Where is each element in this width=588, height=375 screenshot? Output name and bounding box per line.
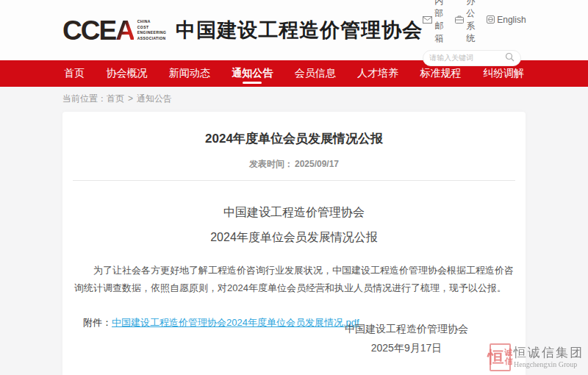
- article-card: 2024年度单位会员发展情况公报 发表时间：2025/09/17 中国建设工程造…: [62, 112, 526, 375]
- nav-item-training[interactable]: 人才培养: [356, 60, 400, 87]
- english-link[interactable]: English: [487, 0, 526, 45]
- header-right: 内部邮箱 办公系统 English: [423, 0, 526, 66]
- ccea-logo-acronym: CCEA: [62, 17, 134, 44]
- body-heading-title: 2024年度单位会员发展情况公报: [73, 230, 515, 246]
- hengchengxin-seal-icon: 恒 诚 信: [490, 343, 511, 371]
- breadcrumb-prefix: 当前位置：: [62, 93, 107, 104]
- nav-item-news[interactable]: 新闻动态: [168, 60, 212, 87]
- nav-item-home[interactable]: 首页: [62, 60, 86, 87]
- article-paragraph: 为了让社会各方更好地了解工程造价咨询行业发展状况，中国建设工程造价管理协会根据工…: [74, 262, 514, 297]
- breadcrumb-separator: >: [128, 93, 133, 104]
- mail-icon: [423, 16, 432, 24]
- quick-links: 内部邮箱 办公系统 English: [423, 0, 526, 45]
- logo-letters-dark: CCE: [62, 15, 115, 46]
- article-title: 2024年度单位会员发展情况公报: [73, 112, 515, 147]
- signature-date: 2025年9月17日: [345, 343, 468, 353]
- nav-item-notices[interactable]: 通知公告: [230, 60, 274, 87]
- main-nav: 首页 协会概况 新闻动态 通知公告 会员信息 人才培养 标准规程 纠纷调解: [0, 60, 588, 87]
- breadcrumb-home[interactable]: 首页: [107, 93, 124, 104]
- watermark-name-cn: 恒诚信集团: [514, 346, 584, 360]
- internal-mail-link[interactable]: 内部邮箱: [423, 0, 443, 45]
- logo-letter-red: A: [115, 15, 134, 46]
- site-header: CCEA CHINA COST ENGINEERING ASSOCIATION …: [0, 0, 588, 60]
- watermark-name-en: Hengchengxin Group: [514, 360, 584, 368]
- publish-date: 2025/09/17: [295, 159, 339, 169]
- attachment-label: 附件：: [83, 317, 112, 328]
- signature-org: 中国建设工程造价管理协会: [345, 324, 468, 334]
- nav-item-mediation[interactable]: 纠纷调解: [481, 60, 526, 87]
- language-icon: [487, 15, 495, 24]
- hengchengxin-watermark: 恒 诚 信 恒诚信集团 Hengchengxin Group: [490, 343, 584, 371]
- body-heading-org: 中国建设工程造价管理协会: [73, 205, 515, 221]
- nav-item-members[interactable]: 会员信息: [293, 60, 337, 87]
- site-title: 中国建设工程造价管理协会: [176, 17, 423, 43]
- title-divider: [73, 180, 515, 181]
- breadcrumb: 当前位置：首页>通知公告: [62, 87, 526, 112]
- breadcrumb-current[interactable]: 通知公告: [137, 93, 172, 104]
- office-system-icon: [455, 15, 464, 24]
- logo-subtext: CHINA COST ENGINEERING ASSOCIATION: [137, 19, 166, 41]
- signature-block: 中国建设工程造价管理协会 2025年9月17日: [345, 324, 468, 362]
- site-logo[interactable]: CCEA CHINA COST ENGINEERING ASSOCIATION …: [62, 17, 423, 44]
- publish-time: 发表时间：2025/09/17: [73, 158, 515, 171]
- attachment-link[interactable]: 中国建设工程造价管理协会2024年度单位会员发展情况.pdf: [112, 317, 359, 328]
- nav-item-standards[interactable]: 标准规程: [419, 60, 463, 87]
- nav-item-about[interactable]: 协会概况: [104, 60, 148, 87]
- office-system-link[interactable]: 办公系统: [455, 0, 475, 45]
